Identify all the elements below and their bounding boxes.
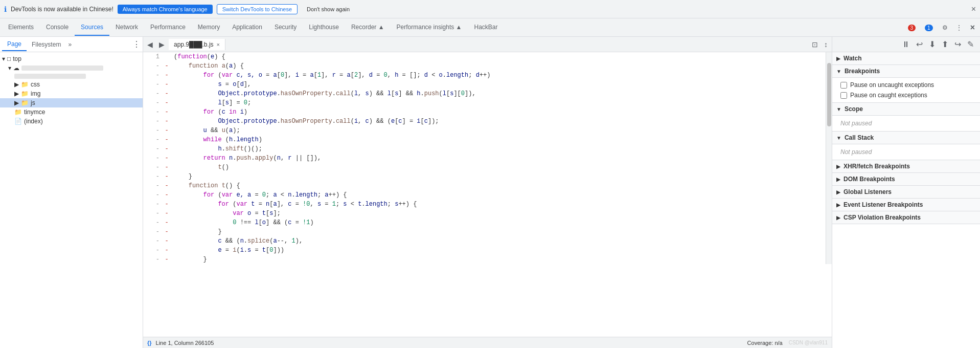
- scope-content: Not paused: [832, 116, 980, 132]
- tab-sources[interactable]: Sources: [75, 19, 109, 36]
- sub-tab-page[interactable]: Page: [2, 38, 27, 51]
- code-line-14: }: [174, 172, 826, 181]
- code-line-7: for (c in i): [174, 107, 826, 117]
- error-badge-button[interactable]: 3: [905, 22, 920, 33]
- section-watch-header[interactable]: ▶ Watch: [832, 52, 980, 65]
- code-scrollbar[interactable]: [826, 52, 832, 264]
- csp-triangle-icon: ▶: [836, 215, 840, 221]
- sub-tab-filesystem[interactable]: Filesystem: [27, 38, 66, 51]
- tab-recorder[interactable]: Recorder ▲: [345, 19, 391, 36]
- devtools-close-button[interactable]: ×: [967, 21, 978, 34]
- tab-elements[interactable]: Elements: [2, 19, 40, 36]
- pause-uncaught-row: Pause on uncaught exceptions: [832, 80, 980, 90]
- tree-item-domain[interactable]: [0, 73, 143, 80]
- deactivate-button[interactable]: ✎: [965, 38, 976, 50]
- folder-icon-css: 📁: [21, 81, 29, 88]
- pause-button[interactable]: ⏸: [900, 39, 912, 50]
- console-badge: 1: [925, 25, 933, 31]
- code-line-23: }: [174, 255, 826, 264]
- tree-item-top[interactable]: ▾ □ top: [0, 54, 143, 63]
- editor-tabs: ◀ ▶ app.9███.b.js × ⊡ ↕: [143, 37, 832, 52]
- sub-tabs-kebab-button[interactable]: ⋮: [132, 39, 141, 49]
- switch-chinese-button[interactable]: Switch DevTools to Chinese: [217, 4, 298, 14]
- tree-arrow-js: ▶: [14, 99, 19, 106]
- tab-hackbar[interactable]: HackBar: [468, 19, 504, 36]
- match-language-button[interactable]: Always match Chrome's language: [118, 5, 213, 14]
- code-line-18: var o = t[s];: [174, 209, 826, 218]
- section-global-header[interactable]: ▶ Global Listeners: [832, 186, 980, 199]
- notification-text: DevTools is now available in Chinese!: [11, 6, 113, 13]
- tab-network[interactable]: Network: [109, 19, 144, 36]
- section-callstack-label: Call Stack: [845, 134, 874, 141]
- nav-back-button[interactable]: ◀: [145, 39, 155, 50]
- step-button[interactable]: ↪: [952, 38, 963, 50]
- error-badge: 3: [908, 25, 916, 31]
- editor-split-button[interactable]: ↕: [822, 39, 830, 50]
- left-panel: Page Filesystem » ⋮ ▾ □ top ▾ ☁: [0, 37, 143, 348]
- diff-markers: - - - - - - - - - - - - - - - - -: [164, 52, 170, 264]
- step-out-button[interactable]: ⬆: [940, 38, 950, 50]
- section-eventlistener-header[interactable]: ▶ Event Listener Breakpoints: [832, 199, 980, 211]
- notification-close-button[interactable]: ×: [971, 5, 976, 14]
- code-area[interactable]: 1 - - - - - - - - - - - - - - - -: [143, 52, 832, 337]
- tree-item-tinymce[interactable]: 📁 tinymce: [0, 107, 143, 117]
- line-numbers: 1 - - - - - - - - - - - - - - - -: [143, 52, 164, 264]
- tab-security[interactable]: Security: [268, 19, 303, 36]
- tree-item-img[interactable]: ▶ 📁 img: [0, 89, 143, 98]
- tab-application[interactable]: Application: [226, 19, 268, 36]
- right-panel: ⏸ ↩ ⬇ ⬆ ↪ ✎ ▶ Watch ▼ Breakpoints Pause …: [832, 37, 980, 348]
- section-xhr-header[interactable]: ▶ XHR/fetch Breakpoints: [832, 160, 980, 173]
- format-button[interactable]: {}: [147, 340, 152, 346]
- code-line-6: l[s] = 0;: [174, 98, 826, 107]
- settings-button[interactable]: ⚙: [939, 22, 951, 33]
- scrollbar-thumb[interactable]: [827, 63, 831, 126]
- file-tree: ▾ □ top ▾ ☁ ▶ 📁 css ▶ 📁: [0, 52, 143, 348]
- console-badge-button[interactable]: 1: [922, 22, 937, 33]
- breakpoints-triangle-icon: ▼: [836, 69, 841, 74]
- code-line-12: return n.push.apply(n, r || []),: [174, 154, 826, 163]
- code-line-10: while (h.length): [174, 135, 826, 144]
- pause-caught-label: Pause on caught exceptions: [850, 92, 927, 99]
- tree-label-domain: [14, 74, 86, 79]
- pause-caught-checkbox[interactable]: [840, 92, 847, 99]
- sub-tabs: Page Filesystem » ⋮: [0, 37, 143, 52]
- tab-performance-insights[interactable]: Performance insights ▲: [391, 19, 468, 36]
- step-into-button[interactable]: ⬇: [927, 38, 938, 50]
- section-csp-header[interactable]: ▶ CSP Violation Breakpoints: [832, 211, 980, 224]
- main-layout: Page Filesystem » ⋮ ▾ □ top ▾ ☁: [0, 37, 980, 348]
- code-line-17: for (var t = n[a], c = !0, s = 1; s < t.…: [174, 200, 826, 209]
- tree-label-top: top: [13, 55, 21, 62]
- step-over-button[interactable]: ↩: [914, 38, 925, 50]
- file-icon-index: 📄: [14, 118, 22, 125]
- tab-lighthouse[interactable]: Lighthouse: [303, 19, 345, 36]
- tab-performance[interactable]: Performance: [144, 19, 192, 36]
- code-line-13: t(): [174, 163, 826, 172]
- code-lines: (function(e) { function a(a) { for (var …: [170, 52, 826, 264]
- xhr-triangle-icon: ▶: [836, 164, 840, 169]
- tab-memory[interactable]: Memory: [192, 19, 226, 36]
- code-line-4: s = o[d],: [174, 80, 826, 89]
- code-content: 1 - - - - - - - - - - - - - - - -: [143, 52, 832, 264]
- pause-caught-row: Pause on caught exceptions: [832, 90, 980, 100]
- right-sections: ▶ Watch ▼ Breakpoints Pause on uncaught …: [832, 52, 980, 348]
- more-tabs-button[interactable]: ⋮: [953, 22, 965, 33]
- editor-tab-file[interactable]: app.9███.b.js ×: [169, 39, 225, 50]
- sub-tabs-more-button[interactable]: »: [68, 41, 72, 48]
- section-dom-header[interactable]: ▶ DOM Breakpoints: [832, 173, 980, 186]
- section-breakpoints-header[interactable]: ▼ Breakpoints: [832, 65, 980, 78]
- callstack-triangle-icon: ▼: [836, 135, 841, 141]
- tree-item-cloud[interactable]: ▾ ☁: [0, 63, 143, 73]
- editor-tab-close-button[interactable]: ×: [217, 41, 220, 48]
- section-callstack-header[interactable]: ▼ Call Stack: [832, 132, 980, 144]
- dont-show-button[interactable]: Don't show again: [302, 5, 355, 14]
- editor-format-button[interactable]: ⊡: [810, 39, 820, 50]
- pause-uncaught-checkbox[interactable]: [840, 82, 847, 89]
- tree-item-css[interactable]: ▶ 📁 css: [0, 80, 143, 89]
- tree-item-index[interactable]: 📄 (index): [0, 117, 143, 126]
- tree-item-js[interactable]: ▶ 📁 js: [0, 98, 143, 107]
- section-scope-header[interactable]: ▼ Scope: [832, 103, 980, 116]
- editor-right-actions: ⊡ ↕: [810, 39, 830, 50]
- nav-forward-button[interactable]: ▶: [157, 39, 167, 50]
- folder-icon-img: 📁: [21, 90, 29, 97]
- tab-console[interactable]: Console: [40, 19, 75, 36]
